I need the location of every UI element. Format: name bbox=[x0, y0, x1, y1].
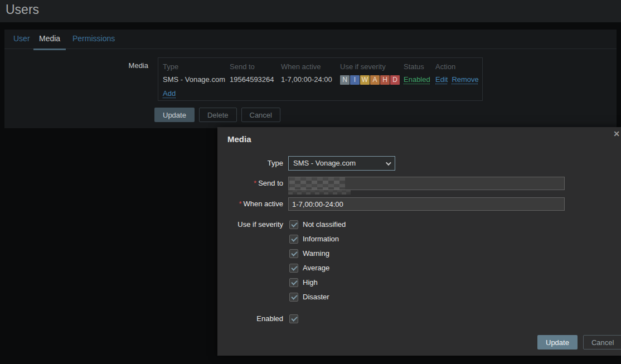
checkbox-label-not-classified: Not classified bbox=[303, 220, 346, 229]
redaction-blur bbox=[289, 177, 345, 190]
severity-badge-not-classified: N bbox=[340, 75, 350, 85]
media-type-value: SMS - Vonage.com bbox=[163, 75, 225, 84]
chevron-down-icon bbox=[386, 160, 391, 166]
checkbox-disaster[interactable] bbox=[289, 293, 298, 302]
modal-title: Media bbox=[227, 134, 251, 144]
modal-update-button[interactable]: Update bbox=[537, 335, 578, 350]
severity-badge-average: A bbox=[370, 75, 380, 85]
type-label: Type bbox=[217, 156, 283, 171]
media-table: Type Send to When active Use if severity… bbox=[158, 57, 483, 101]
page-title: Users bbox=[6, 2, 39, 17]
remove-link[interactable]: Remove bbox=[452, 75, 478, 84]
tab-bar: User Media Permissions bbox=[4, 30, 617, 49]
severity-badge-information: I bbox=[350, 75, 360, 85]
page-header: Users bbox=[0, 0, 621, 22]
col-header-action: Action bbox=[435, 62, 455, 71]
status-enabled-link[interactable]: Enabled bbox=[404, 75, 430, 84]
tab-user[interactable]: User bbox=[13, 30, 30, 49]
use-if-severity-label: Use if severity bbox=[217, 220, 283, 229]
col-header-use-if-severity: Use if severity bbox=[340, 62, 386, 71]
checkbox-enabled[interactable] bbox=[289, 314, 298, 323]
delete-button[interactable]: Delete bbox=[199, 108, 237, 122]
modal-footer: Update Cancel bbox=[537, 335, 621, 350]
enabled-label: Enabled bbox=[217, 314, 283, 323]
cancel-button[interactable]: Cancel bbox=[241, 108, 280, 122]
col-header-when-active: When active bbox=[281, 62, 321, 71]
required-asterisk: * bbox=[239, 200, 241, 208]
when-active-input[interactable] bbox=[288, 197, 565, 211]
checkbox-label-information: Information bbox=[303, 235, 339, 244]
add-media-link[interactable]: Add bbox=[163, 89, 176, 98]
checkbox-not-classified[interactable] bbox=[289, 220, 298, 229]
media-table-add-row: Add bbox=[163, 89, 478, 99]
form-button-row: Update Delete Cancel bbox=[154, 108, 280, 122]
type-select[interactable]: SMS - Vonage.com bbox=[288, 156, 395, 171]
user-edit-panel: User Media Permissions Media Type Send t… bbox=[4, 30, 617, 128]
severity-badge-warning: W bbox=[360, 75, 370, 85]
redaction-blur-strip bbox=[288, 190, 351, 195]
severity-badge-high: H bbox=[380, 75, 390, 85]
close-icon[interactable]: ✕ bbox=[612, 129, 621, 138]
modal-cancel-button[interactable]: Cancel bbox=[583, 335, 621, 350]
media-table-row: SMS - Vonage.com 19564593264 1-7,00:00-2… bbox=[163, 75, 478, 85]
checkbox-average[interactable] bbox=[289, 264, 298, 273]
col-header-type: Type bbox=[163, 62, 178, 71]
type-select-value: SMS - Vonage.com bbox=[293, 159, 356, 167]
severity-badge-disaster: D bbox=[390, 75, 400, 85]
checkbox-label-average: Average bbox=[303, 264, 329, 273]
checkbox-label-high: High bbox=[303, 278, 318, 287]
edit-link[interactable]: Edit bbox=[435, 75, 448, 84]
checkbox-warning[interactable] bbox=[289, 249, 298, 258]
tab-media[interactable]: Media bbox=[39, 30, 60, 49]
required-asterisk: * bbox=[254, 179, 256, 187]
col-header-status: Status bbox=[404, 62, 424, 71]
checkbox-information[interactable] bbox=[289, 235, 298, 244]
when-active-label: *When active bbox=[217, 197, 283, 211]
media-table-header: Type Send to When active Use if severity… bbox=[163, 62, 478, 72]
severity-badge-group: N I W A H D bbox=[340, 75, 400, 85]
media-when-active-value: 1-7,00:00-24:00 bbox=[281, 75, 332, 84]
update-button[interactable]: Update bbox=[154, 108, 195, 122]
tab-permissions[interactable]: Permissions bbox=[72, 30, 115, 49]
send-to-label: *Send to bbox=[217, 177, 283, 190]
checkbox-label-disaster: Disaster bbox=[303, 293, 329, 302]
checkbox-label-warning: Warning bbox=[303, 249, 329, 258]
checkbox-high[interactable] bbox=[289, 278, 298, 287]
media-field-label: Media bbox=[4, 61, 148, 70]
media-modal-dialog: ✕ Media Type SMS - Vonage.com *Send to *… bbox=[217, 127, 621, 356]
media-send-to-value: 19564593264 bbox=[230, 75, 274, 84]
col-header-send-to: Send to bbox=[230, 62, 255, 71]
